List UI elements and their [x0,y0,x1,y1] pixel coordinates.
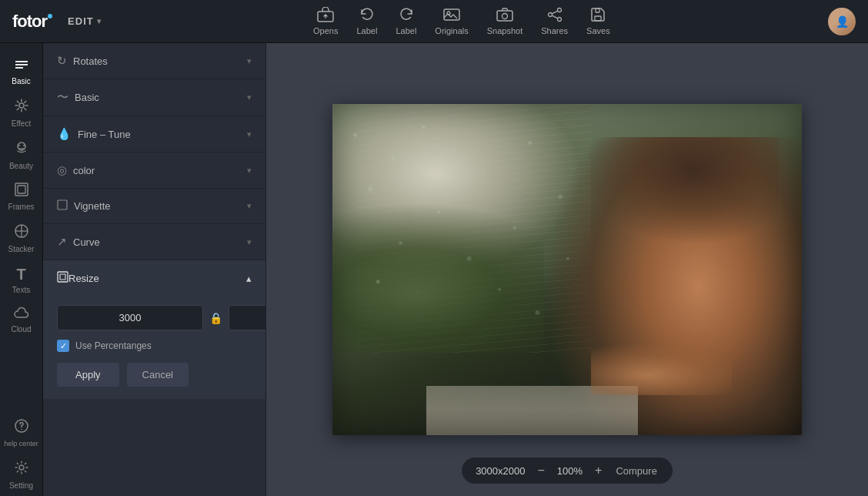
svg-point-18 [23,145,25,146]
saves-label: Saves [586,26,610,35]
logo-text: fotor [12,12,47,32]
basic-section-icon: 〜 [57,90,68,105]
svg-point-33 [452,149,456,152]
snapshot-label: Snapshot [487,26,522,35]
action-undo[interactable]: Label [356,7,377,35]
section-fine-tune: 💧 Fine – Tune ▾ [43,116,265,152]
stacker-label: Stacker [8,245,35,253]
fine-tune-icon: 💧 [57,127,72,141]
fine-tune-chevron-icon: ▾ [247,129,252,139]
rotates-chevron-icon: ▾ [247,56,252,66]
sidebar-item-basic[interactable]: Basic [0,52,42,92]
saves-icon [589,7,606,25]
cancel-button[interactable]: Cancel [127,363,189,387]
svg-point-30 [353,133,357,137]
shares-icon [546,7,563,25]
sidebar-item-texts[interactable]: T Texts [0,260,42,300]
svg-rect-29 [60,274,65,280]
color-icon: ◎ [57,163,67,177]
rotates-icon: ↻ [57,54,67,68]
cloud-icon [13,307,30,323]
resize-inputs: 🔒 [57,305,252,330]
resize-icon [57,271,68,285]
stacker-icon [14,223,29,243]
curve-label: Curve [73,236,100,248]
sidebar-item-stacker[interactable]: Stacker [0,217,42,260]
section-vignette-header[interactable]: Vignette ▾ [43,189,265,223]
resize-label: Resize [68,273,99,284]
setting-icon [14,460,29,479]
section-rotates-header[interactable]: ↻ Rotates ▾ [43,43,265,79]
action-redo[interactable]: Label [396,7,416,35]
basic-label: Basic [12,77,30,85]
sidebar-icons: Basic Effect Beauty [0,43,43,496]
compare-button[interactable]: Compure [614,465,658,477]
avatar[interactable]: 👤 [828,8,856,35]
edit-button[interactable]: EDIT ▾ [62,12,108,30]
sidebar-item-cloud[interactable]: Cloud [0,300,42,340]
svg-point-40 [513,226,516,230]
originals-icon [443,7,460,25]
section-resize: Resize ▴ 🔒 ✓ Use Percentanges Apply [43,260,265,399]
main-content: Basic Effect Beauty [0,43,868,496]
svg-point-44 [498,288,501,291]
beauty-label: Beauty [9,162,33,170]
rotates-label: Rotates [73,55,108,67]
svg-point-34 [368,186,372,191]
effect-label: Effect [12,119,31,128]
resize-header[interactable]: Resize ▴ [43,260,265,296]
snapshot-icon [496,7,513,25]
zoom-level: 100% [557,465,583,477]
action-originals[interactable]: Originals [435,7,468,35]
section-fine-tune-header[interactable]: 💧 Fine – Tune ▾ [43,116,265,152]
svg-line-8 [552,11,558,14]
sidebar-item-help[interactable]: help center [0,412,42,454]
fine-tune-label: Fine – Tune [78,129,131,140]
vignette-chevron-icon: ▾ [247,201,252,211]
section-color-header[interactable]: ◎ color ▾ [43,152,265,188]
zoom-minus-button[interactable]: − [536,464,546,478]
use-percentages-label: Use Percentanges [75,340,152,351]
left-panel: ↻ Rotates ▾ 〜 Basic ▾ 💧 Fine – Tune [43,43,266,496]
help-label: help center [4,440,38,447]
resize-height-input[interactable] [229,305,266,330]
svg-point-32 [422,126,425,129]
svg-point-26 [19,465,24,470]
logo-dot [48,14,52,18]
resize-content: 🔒 ✓ Use Percentanges Apply Cancel [43,296,265,399]
action-opens[interactable]: Opens [313,7,338,35]
svg-point-42 [566,257,569,260]
svg-point-15 [19,103,24,108]
svg-point-17 [18,145,20,146]
action-saves[interactable]: Saves [586,7,610,35]
sidebar-item-effect[interactable]: Effect [0,92,42,134]
section-curve: ↗ Curve ▾ [43,224,265,260]
section-vignette: Vignette ▾ [43,189,265,224]
svg-point-5 [557,8,561,12]
vignette-icon [57,199,68,213]
action-snapshot[interactable]: Snapshot [487,7,522,35]
logo[interactable]: fotor [12,12,52,32]
lock-icon: 🔒 [209,312,222,324]
canvas-area: 3000x2000 − 100% + Compure [266,43,868,496]
action-shares[interactable]: Shares [541,7,568,35]
sidebar-item-setting[interactable]: Setting [0,454,42,496]
help-icon [14,418,29,437]
apply-button[interactable]: Apply [57,363,119,387]
svg-point-7 [548,13,552,17]
redo-icon [399,7,414,25]
section-basic-header[interactable]: 〜 Basic ▾ [43,79,265,116]
svg-point-39 [399,241,402,245]
resize-width-input[interactable] [57,305,203,330]
section-curve-header[interactable]: ↗ Curve ▾ [43,224,265,260]
sidebar-item-beauty[interactable]: Beauty [0,134,42,176]
zoom-plus-button[interactable]: + [593,464,603,478]
svg-point-37 [558,194,563,199]
canvas-image [332,104,802,435]
effect-icon [14,98,29,117]
texts-icon: T [16,266,25,283]
sidebar-item-frames[interactable]: Frames [0,176,42,217]
resize-chevron-icon: ▴ [246,273,252,284]
use-percentages-checkbox[interactable]: ✓ [57,340,69,352]
basic-section-label: Basic [75,92,99,103]
